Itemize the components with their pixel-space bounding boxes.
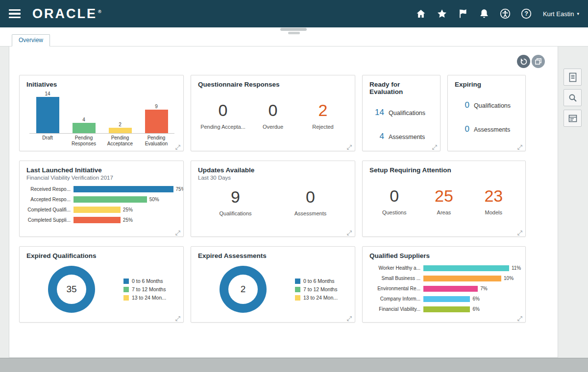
search-icon[interactable] <box>564 89 582 106</box>
menu-icon[interactable] <box>9 7 22 21</box>
expand-icon[interactable]: ⤢ <box>175 144 180 150</box>
notifications-bell-icon[interactable] <box>476 5 492 22</box>
report-document-icon[interactable] <box>564 69 582 86</box>
hbar-row: Worker Healthy a...11% <box>369 264 518 272</box>
help-icon[interactable]: ? <box>518 5 535 22</box>
card-ready-for-evaluation: Ready for Evaluation 14 Qualifications 4… <box>362 75 441 151</box>
hbar-row: Accepted Respo...50% <box>26 196 176 203</box>
expand-icon[interactable]: ⤢ <box>175 315 180 322</box>
expand-icon[interactable]: ⤢ <box>347 230 352 236</box>
home-icon[interactable] <box>413 5 429 22</box>
hbar-track: 10% <box>423 276 518 281</box>
card-updates-available: Updates Available Last 30 Days 9 Qualifi… <box>191 161 355 237</box>
hbar-track: 6% <box>423 306 518 312</box>
tab-overview[interactable]: Overview <box>12 34 50 46</box>
header-actions: ? Kurt Eastin ▾ <box>413 5 579 22</box>
collapse-handle[interactable] <box>280 28 307 31</box>
card-last-launched-initiative: Last Launched Initiative Financial Viabi… <box>19 161 184 237</box>
last-launched-hbar-chart: Received Respo...75%Accepted Respo...50%… <box>26 186 176 224</box>
chart-legend: 0 to 6 Months7 to 12 Months13 to 24 Mon.… <box>123 278 166 301</box>
layout-pages-icon[interactable] <box>532 55 545 68</box>
collapse-handle-small[interactable] <box>288 32 300 34</box>
card-title: Expiring <box>455 81 518 88</box>
hbar-category-label: Company Inform... <box>369 296 420 302</box>
card-title: Ready for Evaluation <box>369 81 433 95</box>
legend-swatch <box>295 287 300 292</box>
hbar-category-label: Completed Qualifi... <box>26 207 71 212</box>
expired-assessments-donut-chart: 20 to 6 Months7 to 12 Months13 to 24 Mon… <box>198 266 348 313</box>
donut-center-value: 35 <box>57 275 86 304</box>
stat-label: Rejected <box>298 124 348 130</box>
hbar-value-label: 6% <box>472 306 479 312</box>
page-bottom-gutter <box>0 358 588 372</box>
card-title: Questionnaire Responses <box>198 81 348 88</box>
expand-icon[interactable]: ⤢ <box>517 230 522 236</box>
legend-swatch <box>295 279 300 284</box>
hbar-bar <box>423 276 501 281</box>
card-expired-qualifications: Expired Qualifications 350 to 6 Months7 … <box>19 246 184 323</box>
hbar-track: 25% <box>74 207 176 213</box>
stat-label: Models <box>469 209 518 215</box>
stat-models: 23 Models <box>469 187 518 215</box>
card-setup-requiring-attention: Setup Requiring Attention 0 Questions 25… <box>362 161 526 237</box>
metric-value: 4 <box>373 132 384 141</box>
expand-icon[interactable]: ⤢ <box>347 144 352 150</box>
registered-mark: ® <box>98 9 101 14</box>
list-panel-icon[interactable] <box>564 110 582 127</box>
stat-areas: 25 Areas <box>419 187 468 215</box>
cards-grid: Initiatives 14429DraftPending ResponsesP… <box>19 75 526 323</box>
hbar-row: Company Inform...6% <box>369 295 518 302</box>
chevron-down-icon: ▾ <box>577 11 579 16</box>
stat-label: Pending Accepta... <box>198 124 248 130</box>
hbar-category-label: Financial Viability... <box>369 306 420 312</box>
bar-column: 2 <box>102 91 138 133</box>
bar <box>73 123 96 133</box>
hbar-value-label: 11% <box>512 265 521 271</box>
card-title: Updates Available <box>198 166 348 174</box>
stat-assessments: 0 Assessments <box>273 188 348 216</box>
hbar-bar <box>423 286 478 292</box>
hbar-track: 50% <box>74 196 176 203</box>
expand-icon[interactable]: ⤢ <box>175 230 180 236</box>
expand-icon[interactable]: ⤢ <box>432 144 437 150</box>
stat-rejected: 2 Rejected <box>298 102 348 130</box>
bar-column: 9 <box>138 91 174 133</box>
stats-row: 0 Questions 25 Areas 23 Models <box>369 187 518 215</box>
flag-icon[interactable] <box>455 5 471 22</box>
stat-value: 0 <box>198 102 248 118</box>
legend-item: 7 to 12 Months <box>123 286 166 292</box>
hbar-row: Small Business ...10% <box>369 275 518 282</box>
stats-row: 9 Qualifications 0 Assessments <box>198 188 348 216</box>
hbar-bar <box>74 196 147 203</box>
donut-ring: 35 <box>48 266 95 313</box>
card-title: Last Launched Initiative <box>26 166 176 174</box>
refresh-icon[interactable] <box>517 55 530 68</box>
expand-icon[interactable]: ⤢ <box>347 315 352 322</box>
hbar-bar <box>74 217 121 223</box>
bar-category-label: Pending Evaluation <box>138 135 174 147</box>
bar-value-label: 14 <box>45 91 50 96</box>
metric-label: Qualifications <box>389 110 425 116</box>
expand-icon[interactable]: ⤢ <box>517 315 522 322</box>
hbar-value-label: 6% <box>472 296 479 302</box>
card-title: Expired Qualifications <box>26 252 176 259</box>
favorites-star-icon[interactable] <box>434 5 450 22</box>
hbar-category-label: Accepted Respo... <box>26 197 71 202</box>
bar-chart-categories: DraftPending ResponsesPending Acceptance… <box>29 135 174 147</box>
metric-value: 0 <box>459 100 469 110</box>
hbar-bar <box>74 207 121 213</box>
bar-value-label: 4 <box>82 117 85 122</box>
stat-pending-acceptance: 0 Pending Accepta... <box>198 102 248 130</box>
legend-item: 7 to 12 Months <box>295 286 338 292</box>
hbar-track: 25% <box>74 217 176 223</box>
bar-column: 14 <box>29 91 66 133</box>
bar-category-label: Pending Responses <box>66 135 102 147</box>
legend-label: 7 to 12 Months <box>132 286 166 292</box>
stat-value: 0 <box>273 188 348 205</box>
accessibility-icon[interactable] <box>497 5 514 22</box>
expand-icon[interactable]: ⤢ <box>517 144 522 150</box>
user-menu[interactable]: Kurt Eastin ▾ <box>543 10 579 18</box>
metric-label: Assessments <box>474 126 510 133</box>
hbar-bar <box>423 296 470 302</box>
metric-rows: 14 Qualifications 4 Assessments <box>369 108 433 141</box>
